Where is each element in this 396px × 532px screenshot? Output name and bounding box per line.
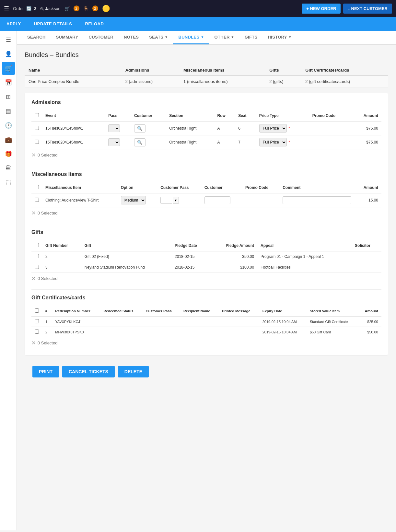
sidebar-item-menu[interactable]: ☰ bbox=[2, 33, 15, 46]
layout: ☰ 👤 🛒 📅 ⊞ ▤ 🕐 💼 🎁 🏛 ⬚ SEARCH SUMMARY CUS… bbox=[0, 31, 396, 530]
gc-row-2: 2 MHW30X0TPSK0 2019-02-15 10:04 AM $50 G… bbox=[31, 327, 381, 337]
admissions-price-type-header: Price Type bbox=[256, 110, 309, 121]
tab-search[interactable]: SEARCH bbox=[22, 31, 51, 44]
admission-1-price-select[interactable]: Full Price bbox=[259, 124, 287, 133]
sidebar-item-list[interactable]: ▤ bbox=[2, 105, 15, 118]
gifts-clear-button[interactable]: ✕ bbox=[31, 275, 36, 282]
gc-1-redemption: YAVXPYKLKCJ1 bbox=[52, 316, 100, 327]
gift-1-amount: $50.00 bbox=[210, 251, 257, 262]
sidebar-item-gift[interactable]: 🎁 bbox=[2, 147, 15, 160]
tab-other[interactable]: OTHER ▼ bbox=[209, 31, 239, 44]
sidebar-item-calendar[interactable]: 📅 bbox=[2, 76, 15, 89]
admission-2-price-type: Full Price * bbox=[256, 135, 309, 149]
admission-2-pass-select[interactable] bbox=[108, 138, 120, 146]
misc-option-header: Option bbox=[118, 182, 157, 193]
gc-2-pass bbox=[143, 327, 180, 337]
page-content: Bundles – Bundles Name Admissions Miscel… bbox=[17, 45, 396, 389]
gc-2-checkbox[interactable] bbox=[35, 330, 39, 334]
gc-clear-button[interactable]: ✕ bbox=[31, 340, 36, 346]
gift-1-checkbox[interactable] bbox=[35, 254, 39, 258]
tab-gifts[interactable]: GIFTS bbox=[239, 31, 263, 44]
admissions-section-header: Section bbox=[166, 110, 214, 121]
misc-pass-header: Customer Pass bbox=[157, 182, 201, 193]
gift-2-gift: Neyland Stadium Renovation Fund bbox=[81, 262, 171, 273]
misc-1-comment-input[interactable] bbox=[283, 196, 351, 204]
seat-count: 2 bbox=[92, 6, 98, 11]
delete-button[interactable]: DELETE bbox=[118, 366, 149, 377]
gc-recipient-header: Recipient Name bbox=[180, 306, 219, 316]
sidebar-item-cart[interactable]: 🛒 bbox=[2, 62, 15, 75]
sidebar-item-briefcase[interactable]: 💼 bbox=[2, 133, 15, 146]
misc-1-option-select[interactable]: Medium bbox=[121, 196, 146, 204]
top-bar-buttons: + NEW ORDER ↓ NEXT CUSTOMER bbox=[302, 4, 392, 14]
cart-count: 2 bbox=[74, 6, 79, 11]
admission-1-search-button[interactable]: 🔍 bbox=[134, 124, 146, 133]
admission-1-checkbox[interactable] bbox=[35, 126, 39, 130]
gc-printed-header: Printed Message bbox=[219, 306, 259, 316]
misc-1-checkbox[interactable] bbox=[35, 198, 39, 202]
gc-2-recipient bbox=[180, 327, 219, 337]
misc-1-pass-input[interactable] bbox=[160, 197, 172, 204]
admission-1-customer: 🔍 bbox=[131, 121, 166, 135]
admissions-clear-button[interactable]: ✕ bbox=[31, 152, 36, 158]
apply-button[interactable]: APPLY bbox=[0, 17, 28, 31]
admission-2-checkbox[interactable] bbox=[35, 140, 39, 144]
sidebar-item-clock[interactable]: 🕐 bbox=[2, 119, 15, 132]
main-content: SEARCH SUMMARY CUSTOMER NOTES SEATS ▼ BU… bbox=[17, 31, 396, 530]
misc-customer-header: Customer bbox=[201, 182, 242, 193]
misc-1-promo bbox=[242, 193, 279, 207]
admissions-section: Admissions Event Pass Customer Section R… bbox=[31, 99, 381, 161]
gc-select-all[interactable] bbox=[35, 308, 39, 313]
customer-name: 6, Jackson bbox=[40, 6, 60, 11]
misc-clear-button[interactable]: ✕ bbox=[31, 210, 36, 216]
admission-1-amount: $75.00 bbox=[351, 121, 381, 135]
seat-icon-top: 🪑 bbox=[83, 6, 88, 11]
gift-2-checkbox[interactable] bbox=[35, 265, 39, 269]
bundle-name-cell: One Price Complex Bundle bbox=[25, 75, 122, 87]
tab-customer[interactable]: CUSTOMER bbox=[84, 31, 119, 44]
tab-history[interactable]: HISTORY ▼ bbox=[263, 31, 297, 44]
hamburger-icon[interactable]: ☰ bbox=[4, 5, 9, 12]
admission-1-section: Orchestra Right bbox=[166, 121, 214, 135]
admissions-select-all[interactable] bbox=[35, 113, 39, 117]
misc-select-all[interactable] bbox=[35, 185, 39, 189]
cancel-tickets-button[interactable]: CANCEL TICKETS bbox=[62, 366, 115, 377]
gift-1-gift: Gift 02 (Fixed) bbox=[81, 251, 171, 262]
gc-pass-header: Customer Pass bbox=[143, 306, 180, 316]
admission-1-pass-select[interactable] bbox=[108, 124, 120, 132]
sidebar-item-person[interactable]: 👤 bbox=[2, 48, 15, 61]
admission-2-amount: $75.00 bbox=[351, 135, 381, 149]
gifts-select-all[interactable] bbox=[35, 243, 39, 247]
admission-row-2: 15Tues020414Show1 🔍 Orchestra Right A 7 bbox=[31, 135, 381, 149]
gc-2-stored: $50 Gift Card bbox=[307, 327, 358, 337]
refresh-icon: 🔄 bbox=[26, 6, 31, 11]
tab-summary[interactable]: SUMMARY bbox=[51, 31, 84, 44]
misc-1-item: Clothing: AudienceView T-Shirt bbox=[42, 193, 118, 207]
misc-1-customer-input[interactable] bbox=[204, 196, 230, 204]
bundle-gc-cell: 2 (gift certificates/cards) bbox=[301, 75, 388, 87]
tab-seats[interactable]: SEATS ▼ bbox=[144, 31, 173, 44]
admission-2-price-select[interactable]: Full Price bbox=[259, 138, 287, 146]
misc-item-header: Miscellaneous Item bbox=[42, 182, 118, 193]
misc-row-1: Clothing: AudienceView T-Shirt Medium bbox=[31, 193, 381, 207]
sidebar-item-bank[interactable]: 🏛 bbox=[2, 162, 15, 175]
admissions-customer-header: Customer bbox=[131, 110, 166, 121]
tab-bundles[interactable]: BUNDLES ▼ bbox=[173, 31, 209, 44]
new-order-button[interactable]: + NEW ORDER bbox=[302, 4, 341, 14]
sidebar-item-exit[interactable]: ⬚ bbox=[2, 176, 15, 189]
admission-2-search-button[interactable]: 🔍 bbox=[134, 138, 146, 146]
history-chevron: ▼ bbox=[288, 35, 292, 39]
gc-selected-count: ✕ 0 Selected bbox=[31, 337, 381, 349]
print-button[interactable]: PRINT bbox=[32, 366, 59, 377]
reload-button[interactable]: RELOAD bbox=[78, 17, 110, 31]
gc-row-1: 1 YAVXPYKLKCJ1 2019-02-15 10:04 AM Stand… bbox=[31, 316, 381, 327]
tab-notes[interactable]: NOTES bbox=[119, 31, 144, 44]
order-label: Order bbox=[13, 6, 24, 11]
sidebar-item-grid[interactable]: ⊞ bbox=[2, 90, 15, 103]
admissions-promo-header: Promo Code bbox=[309, 110, 351, 121]
misc-1-pass-arrow[interactable]: ▼ bbox=[173, 197, 179, 204]
next-customer-button[interactable]: ↓ NEXT CUSTOMER bbox=[343, 4, 392, 14]
gc-1-checkbox[interactable] bbox=[35, 319, 39, 323]
update-details-button[interactable]: UPDATE DETAILS bbox=[28, 17, 79, 31]
seats-chevron: ▼ bbox=[165, 35, 168, 39]
